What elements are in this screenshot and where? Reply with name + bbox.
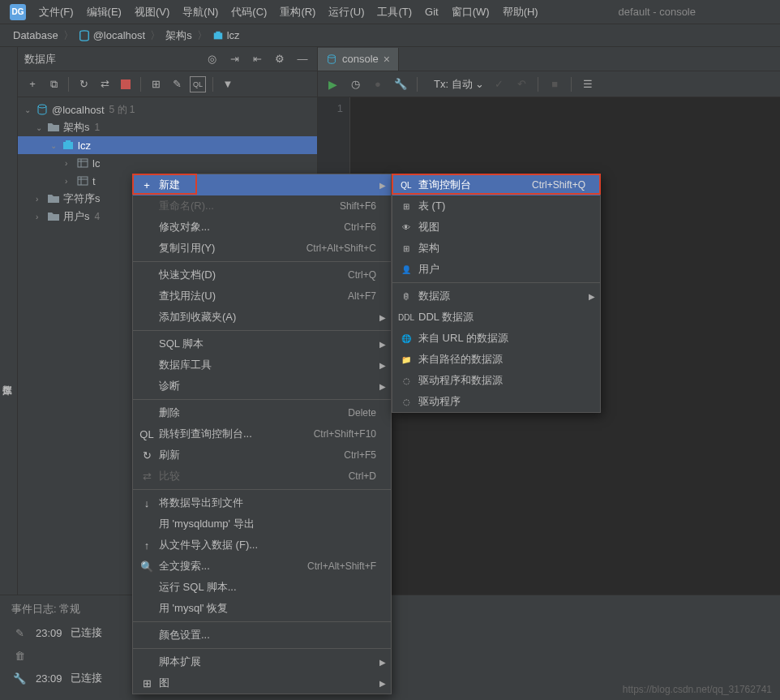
commit-icon[interactable]: ✓: [491, 76, 507, 92]
table-icon[interactable]: ⊞: [148, 76, 164, 92]
stop2-icon[interactable]: ■: [546, 76, 563, 92]
rollback-icon[interactable]: ↶: [513, 76, 529, 92]
ctx-item[interactable]: 🔍全文搜索...Ctrl+Alt+Shift+F: [133, 556, 391, 577]
run-icon[interactable]: ▶: [324, 76, 341, 92]
filter-icon[interactable]: ▼: [220, 76, 236, 92]
target-icon[interactable]: ◎: [204, 51, 220, 67]
svg-rect-0: [213, 33, 222, 40]
tx-mode[interactable]: Tx: 自动 ⌄: [434, 77, 484, 92]
ctx-item[interactable]: ◌驱动程序: [392, 391, 600, 412]
svg-rect-5: [78, 159, 88, 167]
menu-window[interactable]: 窗口(W): [445, 2, 496, 23]
history-icon[interactable]: ◷: [347, 76, 363, 92]
ctx-item[interactable]: ⊞架构: [392, 238, 600, 259]
ctx-item[interactable]: 诊断▶: [133, 376, 391, 397]
tree-node-schemas[interactable]: ⌄ 架构s 1: [18, 118, 317, 136]
svg-point-11: [328, 54, 336, 58]
ctx-item[interactable]: 颜色设置...: [133, 625, 391, 646]
stop-icon[interactable]: [118, 76, 134, 92]
menu-navigate[interactable]: 导航(N): [176, 2, 225, 23]
crumb-sep: 〉: [148, 28, 162, 43]
ctx-item[interactable]: 删除Delete: [133, 402, 391, 423]
svg-rect-1: [216, 32, 220, 34]
edit-icon[interactable]: ✎: [169, 76, 185, 92]
ctx-item[interactable]: 🛢数据源▶: [392, 286, 600, 307]
crumb-sep: 〉: [195, 28, 209, 43]
refresh-icon[interactable]: ↻: [75, 76, 92, 92]
tree-node-lcz[interactable]: ⌄ lcz: [18, 136, 317, 154]
menubar: DG 文件(F) 编辑(E) 视图(V) 导航(N) 代码(C) 重构(R) 运…: [0, 0, 780, 24]
ql-icon[interactable]: QL: [190, 76, 206, 92]
wrench-icon[interactable]: 🔧: [392, 76, 409, 92]
ctx-item[interactable]: ⊞表 (T): [392, 195, 600, 217]
ctx-item[interactable]: ↓将数据导出到文件: [133, 492, 391, 513]
ctx-item[interactable]: ↑从文件导入数据 (F)...: [133, 535, 391, 556]
ctx-item[interactable]: 用 'mysqldump' 导出: [133, 513, 391, 535]
ctx-item[interactable]: DDLDDL 数据源: [392, 307, 600, 328]
ctx-item[interactable]: 修改对象...Ctrl+F6: [133, 217, 391, 238]
menu-tools[interactable]: 工具(T): [371, 2, 418, 23]
ctx-item[interactable]: 快速文档(D)Ctrl+Q: [133, 264, 391, 286]
editor-toolbar: ▶ ◷ ● 🔧 Tx: 自动 ⌄ ✓ ↶ ■ ☰: [318, 71, 780, 97]
ctx-item[interactable]: 数据库工具▶: [133, 354, 391, 376]
tree-node-host[interactable]: ⌄ @localhost 5 的 1: [18, 101, 317, 118]
crumb-sep: 〉: [62, 28, 75, 43]
ctx-item[interactable]: 🌐来自 URL 的数据源: [392, 328, 600, 349]
ctx-item: 重命名(R)...Shift+F6: [133, 195, 391, 217]
menu-edit[interactable]: 编辑(E): [80, 2, 128, 23]
gear-icon[interactable]: ⚙: [272, 51, 288, 67]
db-toolbar: + ⧉ ↻ ⇄ ⊞ ✎ QL ▼: [18, 71, 317, 97]
context-menu-new: QL查询控制台Ctrl+Shift+Q⊞表 (T)👁视图⊞架构👤用户🛢数据源▶D…: [392, 174, 601, 413]
edit-icon: ✎: [11, 627, 28, 639]
panel-title: 数据库: [24, 52, 56, 67]
crumb-lcz[interactable]: lcz: [209, 29, 243, 42]
ctx-item[interactable]: 运行 SQL 脚本...: [133, 577, 391, 598]
context-menu-main: +新建▶重命名(R)...Shift+F6修改对象...Ctrl+F6复制引用(…: [132, 174, 392, 694]
crumb-host[interactable]: @localhost: [75, 29, 149, 42]
wrench-icon: 🔧: [11, 672, 28, 685]
menu-run[interactable]: 运行(U): [322, 2, 371, 23]
breadcrumb: Database 〉 @localhost 〉 架构s 〉 lcz: [0, 24, 780, 47]
layout-icon[interactable]: ☰: [580, 76, 596, 92]
svg-point-2: [38, 105, 46, 108]
ctx-item[interactable]: QL跳转到查询控制台...Ctrl+Shift+F10: [133, 423, 391, 444]
collapse-icon[interactable]: ⇤: [249, 51, 265, 67]
ctx-item[interactable]: ⊞图▶: [133, 672, 391, 694]
svg-rect-4: [66, 140, 71, 143]
sync-icon[interactable]: ⇄: [96, 76, 113, 92]
ctx-item[interactable]: 👁视图: [392, 217, 600, 238]
ctx-item[interactable]: QL查询控制台Ctrl+Shift+Q: [392, 174, 600, 195]
ctx-item[interactable]: +新建▶: [133, 174, 391, 195]
ctx-item[interactable]: SQL 脚本▶: [133, 333, 391, 354]
menu-code[interactable]: 代码(C): [225, 2, 273, 23]
add-icon[interactable]: +: [24, 76, 41, 92]
line-number: 1: [318, 102, 343, 114]
ctx-item[interactable]: 添加到收藏夹(A)▶: [133, 307, 391, 328]
ctx-item[interactable]: 查找用法(U)Alt+F7: [133, 286, 391, 307]
ctx-item[interactable]: 复制引用(Y)Ctrl+Alt+Shift+C: [133, 238, 391, 259]
crumb-database[interactable]: Database: [10, 29, 62, 41]
ctx-item[interactable]: ◌驱动程序和数据源: [392, 370, 600, 391]
app-title: default - console: [619, 6, 696, 18]
expand-icon[interactable]: ⇥: [226, 51, 242, 67]
menu-help[interactable]: 帮助(H): [496, 2, 545, 23]
tab-console[interactable]: console ×: [318, 48, 399, 71]
ctx-item[interactable]: 脚本扩展▶: [133, 651, 391, 672]
circle-icon[interactable]: ●: [370, 76, 386, 92]
duplicate-icon[interactable]: ⧉: [45, 76, 62, 92]
ctx-item[interactable]: 📁来自路径的数据源: [392, 349, 600, 370]
ctx-item[interactable]: ↻刷新Ctrl+F5: [133, 444, 391, 466]
ctx-item: ⇄比较Ctrl+D: [133, 466, 391, 487]
app-icon: DG: [10, 4, 26, 20]
crumb-schemas[interactable]: 架构s: [162, 28, 195, 43]
ctx-item[interactable]: 👤用户: [392, 259, 600, 280]
watermark: https://blog.csdn.net/qq_31762741: [623, 684, 772, 695]
ctx-item[interactable]: 用 'mysql' 恢复: [133, 598, 391, 619]
menu-git[interactable]: Git: [418, 2, 445, 21]
menu-refactor[interactable]: 重构(R): [273, 2, 322, 23]
menu-view[interactable]: 视图(V): [128, 2, 176, 23]
menu-file[interactable]: 文件(F): [32, 2, 80, 23]
tree-node-table-lc[interactable]: › lc: [18, 154, 317, 172]
close-icon[interactable]: ×: [384, 53, 390, 66]
hide-icon[interactable]: —: [294, 51, 311, 67]
